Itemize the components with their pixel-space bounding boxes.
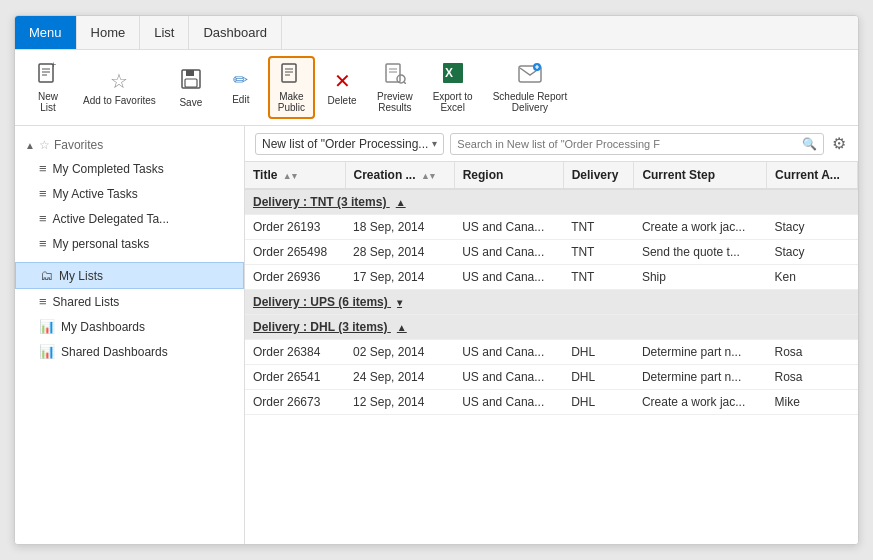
settings-icon[interactable]: ⚙ xyxy=(830,132,848,155)
table-header-row: Title ▲▾ Creation ... ▲▾ Region xyxy=(245,162,858,189)
favorites-header[interactable]: ▲ ☆ Favorites xyxy=(15,134,244,156)
toolbar-make-public[interactable]: MakePublic xyxy=(268,56,315,119)
cell-delivery: DHL xyxy=(563,340,634,365)
toolbar-delete[interactable]: ✕ Delete xyxy=(319,65,365,110)
sidebar-shared-dashboards-label: Shared Dashboards xyxy=(61,345,168,359)
search-input[interactable] xyxy=(457,138,802,150)
group-label: Delivery : UPS (6 items) xyxy=(253,295,388,309)
group-row[interactable]: Delivery : TNT (3 items) ▲ xyxy=(245,189,858,215)
table-row[interactable]: Order 26384 02 Sep, 2014 US and Cana... … xyxy=(245,340,858,365)
edit-icon: ✏ xyxy=(233,70,248,92)
col-delivery[interactable]: Delivery xyxy=(563,162,634,189)
export-icon: X xyxy=(442,62,464,89)
col-creation[interactable]: Creation ... ▲▾ xyxy=(345,162,454,189)
group-toggle[interactable]: ▲ xyxy=(397,322,407,333)
toolbar-make-public-label: MakePublic xyxy=(278,91,305,113)
group-toggle[interactable]: ▾ xyxy=(397,297,402,308)
group-row[interactable]: Delivery : DHL (3 items) ▲ xyxy=(245,315,858,340)
new-list-icon: + xyxy=(37,62,59,89)
table-row[interactable]: Order 26936 17 Sep, 2014 US and Cana... … xyxy=(245,265,858,290)
cell-creation: 24 Sep, 2014 xyxy=(345,365,454,390)
toolbar-edit[interactable]: ✏ Edit xyxy=(218,66,264,109)
cell-current-a: Rosa xyxy=(766,365,857,390)
favorites-arrow: ▲ xyxy=(25,140,35,151)
table-row[interactable]: Order 26193 18 Sep, 2014 US and Cana... … xyxy=(245,215,858,240)
toolbar-new-list[interactable]: + NewList xyxy=(25,58,71,117)
sidebar-shared-lists-label: Shared Lists xyxy=(53,295,120,309)
col-title[interactable]: Title ▲▾ xyxy=(245,162,345,189)
table-row[interactable]: Order 26673 12 Sep, 2014 US and Cana... … xyxy=(245,390,858,415)
cell-current-a: Stacy xyxy=(766,215,857,240)
toolbar-delete-label: Delete xyxy=(328,95,357,106)
cell-creation: 17 Sep, 2014 xyxy=(345,265,454,290)
col-region-label: Region xyxy=(463,168,504,182)
list-icon-delegated: ≡ xyxy=(39,211,47,226)
add-to-favorites-icon: ☆ xyxy=(110,69,128,93)
sort-icon-creation: ▲▾ xyxy=(421,171,435,181)
svg-line-14 xyxy=(404,82,406,84)
nav-home[interactable]: Home xyxy=(77,16,141,49)
cell-title: Order 26673 xyxy=(245,390,345,415)
toolbar-export-label: Export toExcel xyxy=(433,91,473,113)
list-selector[interactable]: New list of "Order Processing... ▾ xyxy=(255,133,444,155)
group-label: Delivery : TNT (3 items) xyxy=(253,195,386,209)
toolbar-schedule-report[interactable]: Schedule ReportDelivery xyxy=(485,58,576,117)
sidebar-item-label-delegated: Active Delegated Ta... xyxy=(53,212,170,226)
search-icon: 🔍 xyxy=(802,137,817,151)
nav-menu[interactable]: Menu xyxy=(15,16,77,49)
col-creation-label: Creation ... xyxy=(354,168,416,182)
sidebar-item-my-active-tasks[interactable]: ≡ My Active Tasks xyxy=(15,181,244,206)
sidebar-my-dashboards[interactable]: 📊 My Dashboards xyxy=(15,314,244,339)
svg-rect-6 xyxy=(186,70,194,76)
cell-delivery: TNT xyxy=(563,240,634,265)
sidebar-my-lists[interactable]: 🗂 My Lists xyxy=(15,262,244,289)
toolbar-export-to-excel[interactable]: X Export toExcel xyxy=(425,58,481,117)
main-content: ▲ ☆ Favorites ≡ My Completed Tasks ≡ My … xyxy=(15,126,858,544)
toolbar-new-list-label: NewList xyxy=(38,91,58,113)
toolbar-preview-results[interactable]: PreviewResults xyxy=(369,58,421,117)
sidebar-item-my-personal-tasks[interactable]: ≡ My personal tasks xyxy=(15,231,244,256)
group-row[interactable]: Delivery : UPS (6 items) ▾ xyxy=(245,290,858,315)
col-current-step[interactable]: Current Step xyxy=(634,162,767,189)
table-row[interactable]: Order 265498 28 Sep, 2014 US and Cana...… xyxy=(245,240,858,265)
toolbar-save[interactable]: Save xyxy=(168,64,214,112)
cell-title: Order 265498 xyxy=(245,240,345,265)
my-lists-icon: 🗂 xyxy=(40,268,53,283)
search-box: 🔍 xyxy=(450,133,824,155)
preview-icon xyxy=(384,62,406,89)
cell-title: Order 26384 xyxy=(245,340,345,365)
sidebar-shared-dashboards[interactable]: 📊 Shared Dashboards xyxy=(15,339,244,364)
list-icon-completed: ≡ xyxy=(39,161,47,176)
list-selector-label: New list of "Order Processing... xyxy=(262,137,428,151)
list-icon-personal: ≡ xyxy=(39,236,47,251)
sidebar-item-active-delegated[interactable]: ≡ Active Delegated Ta... xyxy=(15,206,244,231)
group-toggle[interactable]: ▲ xyxy=(396,197,406,208)
sidebar-item-my-completed-tasks[interactable]: ≡ My Completed Tasks xyxy=(15,156,244,181)
cell-current-a: Mike xyxy=(766,390,857,415)
cell-delivery: TNT xyxy=(563,265,634,290)
schedule-icon xyxy=(518,62,542,89)
toolbar-add-to-favorites[interactable]: ☆ Add to Favorites xyxy=(75,65,164,110)
cell-current-step: Determine part n... xyxy=(634,340,767,365)
cell-delivery: DHL xyxy=(563,365,634,390)
top-nav: Menu Home List Dashboard xyxy=(15,16,858,50)
col-region[interactable]: Region xyxy=(454,162,563,189)
sidebar-my-lists-label: My Lists xyxy=(59,269,103,283)
table-body: Delivery : TNT (3 items) ▲ Order 26193 1… xyxy=(245,189,858,415)
data-table: Title ▲▾ Creation ... ▲▾ Region xyxy=(245,162,858,544)
nav-list[interactable]: List xyxy=(140,16,189,49)
table-row[interactable]: Order 26541 24 Sep, 2014 US and Cana... … xyxy=(245,365,858,390)
star-icon: ☆ xyxy=(39,138,50,152)
list-icon-active: ≡ xyxy=(39,186,47,201)
cell-title: Order 26936 xyxy=(245,265,345,290)
sidebar-shared-lists[interactable]: ≡ Shared Lists xyxy=(15,289,244,314)
svg-rect-8 xyxy=(282,64,296,82)
col-current-a[interactable]: Current A... xyxy=(766,162,857,189)
svg-rect-7 xyxy=(185,79,197,87)
col-current-step-label: Current Step xyxy=(642,168,715,182)
list-header-bar: New list of "Order Processing... ▾ 🔍 ⚙ xyxy=(245,126,858,162)
dropdown-arrow-icon: ▾ xyxy=(432,138,437,149)
sidebar-item-label-completed: My Completed Tasks xyxy=(53,162,164,176)
shared-dashboards-icon: 📊 xyxy=(39,344,55,359)
nav-dashboard[interactable]: Dashboard xyxy=(189,16,282,49)
